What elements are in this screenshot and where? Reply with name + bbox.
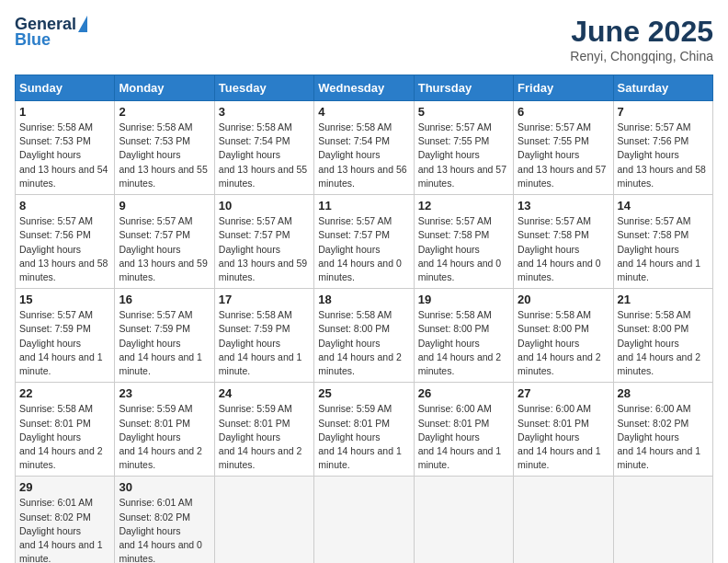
table-row: 12 Sunrise: 5:57 AMSunset: 7:58 PMDaylig… bbox=[414, 195, 513, 289]
table-row: 4 Sunrise: 5:58 AMSunset: 7:54 PMDayligh… bbox=[314, 101, 414, 195]
table-row bbox=[314, 477, 414, 563]
table-row bbox=[514, 477, 613, 563]
calendar-week-5: 29 Sunrise: 6:01 AMSunset: 8:02 PMDaylig… bbox=[16, 477, 713, 563]
table-row: 10 Sunrise: 5:57 AMSunset: 7:57 PMDaylig… bbox=[214, 195, 313, 289]
col-saturday: Saturday bbox=[613, 75, 712, 101]
table-row: 8 Sunrise: 5:57 AMSunset: 7:56 PMDayligh… bbox=[16, 195, 115, 289]
location: Renyi, Chongqing, China bbox=[570, 49, 713, 63]
col-tuesday: Tuesday bbox=[214, 75, 313, 101]
table-row: 6 Sunrise: 5:57 AMSunset: 7:55 PMDayligh… bbox=[514, 101, 613, 195]
logo: General Blue bbox=[15, 15, 87, 50]
table-row: 21 Sunrise: 5:58 AMSunset: 8:00 PMDaylig… bbox=[613, 289, 712, 383]
table-row: 13 Sunrise: 5:57 AMSunset: 7:58 PMDaylig… bbox=[514, 195, 613, 289]
table-row: 25 Sunrise: 5:59 AMSunset: 8:01 PMDaylig… bbox=[314, 383, 414, 477]
page-header: General Blue June 2025 Renyi, Chongqing,… bbox=[15, 15, 713, 63]
table-row: 5 Sunrise: 5:57 AMSunset: 7:55 PMDayligh… bbox=[414, 101, 513, 195]
table-row: 23 Sunrise: 5:59 AMSunset: 8:01 PMDaylig… bbox=[115, 383, 214, 477]
table-row: 9 Sunrise: 5:57 AMSunset: 7:57 PMDayligh… bbox=[115, 195, 214, 289]
col-monday: Monday bbox=[115, 75, 214, 101]
table-row: 2 Sunrise: 5:58 AMSunset: 7:53 PMDayligh… bbox=[115, 101, 214, 195]
table-row: 27 Sunrise: 6:00 AMSunset: 8:01 PMDaylig… bbox=[514, 383, 613, 477]
table-row: 29 Sunrise: 6:01 AMSunset: 8:02 PMDaylig… bbox=[16, 477, 115, 563]
table-row: 11 Sunrise: 5:57 AMSunset: 7:57 PMDaylig… bbox=[314, 195, 414, 289]
month-title: June 2025 bbox=[570, 15, 713, 49]
col-thursday: Thursday bbox=[414, 75, 513, 101]
table-row: 16 Sunrise: 5:57 AMSunset: 7:59 PMDaylig… bbox=[115, 289, 214, 383]
calendar-week-3: 15 Sunrise: 5:57 AMSunset: 7:59 PMDaylig… bbox=[16, 289, 713, 383]
logo-triangle-icon bbox=[78, 16, 87, 32]
calendar-week-4: 22 Sunrise: 5:58 AMSunset: 8:01 PMDaylig… bbox=[16, 383, 713, 477]
table-row: 7 Sunrise: 5:57 AMSunset: 7:56 PMDayligh… bbox=[613, 101, 712, 195]
title-section: June 2025 Renyi, Chongqing, China bbox=[570, 15, 713, 63]
table-row: 18 Sunrise: 5:58 AMSunset: 8:00 PMDaylig… bbox=[314, 289, 414, 383]
table-row: 30 Sunrise: 6:01 AMSunset: 8:02 PMDaylig… bbox=[115, 477, 214, 563]
col-sunday: Sunday bbox=[16, 75, 115, 101]
calendar-week-1: 1 Sunrise: 5:58 AMSunset: 7:53 PMDayligh… bbox=[16, 101, 713, 195]
table-row: 22 Sunrise: 5:58 AMSunset: 8:01 PMDaylig… bbox=[16, 383, 115, 477]
logo-blue: Blue bbox=[15, 30, 51, 50]
table-row: 19 Sunrise: 5:58 AMSunset: 8:00 PMDaylig… bbox=[414, 289, 513, 383]
table-row bbox=[414, 477, 513, 563]
calendar-header-row: Sunday Monday Tuesday Wednesday Thursday… bbox=[16, 75, 713, 101]
col-friday: Friday bbox=[514, 75, 613, 101]
table-row: 28 Sunrise: 6:00 AMSunset: 8:02 PMDaylig… bbox=[613, 383, 712, 477]
table-row: 17 Sunrise: 5:58 AMSunset: 7:59 PMDaylig… bbox=[214, 289, 313, 383]
col-wednesday: Wednesday bbox=[314, 75, 414, 101]
table-row bbox=[613, 477, 712, 563]
table-row: 20 Sunrise: 5:58 AMSunset: 8:00 PMDaylig… bbox=[514, 289, 613, 383]
table-row: 26 Sunrise: 6:00 AMSunset: 8:01 PMDaylig… bbox=[414, 383, 513, 477]
table-row bbox=[214, 477, 313, 563]
calendar-table: Sunday Monday Tuesday Wednesday Thursday… bbox=[15, 75, 713, 563]
table-row: 3 Sunrise: 5:58 AMSunset: 7:54 PMDayligh… bbox=[214, 101, 313, 195]
table-row: 24 Sunrise: 5:59 AMSunset: 8:01 PMDaylig… bbox=[214, 383, 313, 477]
calendar-week-2: 8 Sunrise: 5:57 AMSunset: 7:56 PMDayligh… bbox=[16, 195, 713, 289]
table-row: 15 Sunrise: 5:57 AMSunset: 7:59 PMDaylig… bbox=[16, 289, 115, 383]
table-row: 14 Sunrise: 5:57 AMSunset: 7:58 PMDaylig… bbox=[613, 195, 712, 289]
table-row: 1 Sunrise: 5:58 AMSunset: 7:53 PMDayligh… bbox=[16, 101, 115, 195]
